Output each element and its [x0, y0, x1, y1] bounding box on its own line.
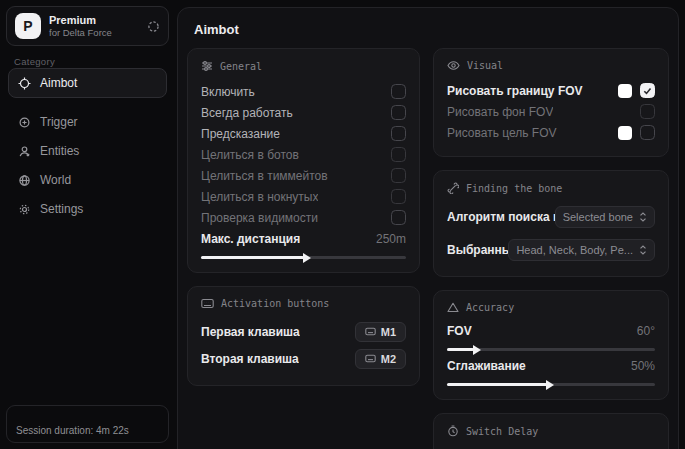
sidebar-item-label: Settings [40, 202, 83, 216]
panel-general-header: General [201, 60, 406, 72]
slider-label: FOV [447, 324, 472, 338]
setting-row: Целиться в ботов [201, 144, 406, 165]
main-content: Aimbot General Включить [177, 7, 679, 449]
slider-value: 60° [637, 324, 655, 338]
chevrons-updown-icon [639, 212, 647, 222]
sidebar: P Premium for Delta Force Category Aimbo… [0, 0, 176, 449]
bone-icon [447, 182, 459, 194]
slider-smoothing: Сглаживание 50% [447, 357, 655, 386]
setting-row: Предсказание [201, 123, 406, 144]
app-logo: P [15, 13, 41, 39]
sidebar-item-label: World [40, 173, 71, 187]
slider-value: 250m [376, 232, 406, 246]
session-duration: Session duration: 4m 22s [16, 425, 129, 436]
color-swatch-fov-border[interactable] [618, 84, 632, 98]
slider-fill [447, 383, 547, 386]
sidebar-item-entities[interactable]: Entities [8, 137, 167, 165]
panel-finding-bone: Finding the bone Алгоритм поиска кост Se… [433, 170, 669, 277]
dropdown-label: Выбранные кос [447, 243, 508, 257]
setting-row: Всегда работать [201, 102, 406, 123]
dropdown-label: Алгоритм поиска кост [447, 210, 555, 224]
checkbox-aim-knocked[interactable] [391, 189, 406, 204]
crosshair-icon [18, 77, 31, 90]
app-window: P Premium for Delta Force Category Aimbo… [0, 0, 685, 449]
keybind-value: M2 [381, 353, 396, 365]
setting-label: Проверка видимости [201, 211, 318, 225]
setting-row: Рисовать границу FOV [447, 80, 655, 101]
checkbox-prediction[interactable] [391, 126, 406, 141]
dropdown-row: Выбранные кос Head, Neck, Body, Pe... [447, 236, 655, 263]
session-box: Session duration: 4m 22s [6, 405, 169, 443]
panel-title: Activation buttons [221, 298, 329, 309]
slider-track[interactable] [447, 383, 655, 386]
slider-fov: FOV 60° [447, 322, 655, 351]
panel-activation-buttons: Activation buttons Первая клавиша M1 Вто… [187, 286, 420, 386]
panel-title: Visual [467, 60, 503, 71]
refresh-icon[interactable] [147, 20, 160, 33]
panel-switch-delay: Switch Delay Задержка переключения Задер… [433, 413, 669, 449]
checkbox-draw-fov-border[interactable] [640, 83, 655, 98]
entities-icon [18, 145, 31, 158]
slider-fill [201, 256, 304, 259]
color-swatch-fov-target[interactable] [618, 126, 632, 140]
checkbox-aim-bots[interactable] [391, 147, 406, 162]
panel-activation-header: Activation buttons [201, 298, 406, 309]
slider-thumb[interactable] [546, 380, 554, 390]
setting-label: Целиться в тиммейтов [201, 169, 328, 183]
keybind-button-primary[interactable]: M1 [355, 322, 406, 342]
category-label: Category [14, 56, 55, 67]
panel-switch-delay-header: Switch Delay [447, 425, 655, 437]
keybind-button-secondary[interactable]: M2 [355, 349, 406, 369]
slider-max-distance: Макс. дистанция 250m [201, 230, 406, 259]
checkbox-enable[interactable] [391, 84, 406, 99]
keybind-row: Вторая клавиша M2 [201, 345, 406, 372]
slider-track[interactable] [201, 256, 406, 259]
sidebar-item-world[interactable]: World [8, 166, 167, 194]
sliders-icon [201, 60, 213, 72]
panel-title: General [220, 61, 262, 72]
premium-subtitle: for Delta Force [49, 27, 147, 39]
setting-row: Целиться в тиммейтов [201, 165, 406, 186]
setting-row: Проверка видимости [201, 207, 406, 228]
sidebar-item-label: Aimbot [40, 76, 77, 90]
setting-row: Рисовать цель FOV [447, 122, 655, 143]
slider-thumb[interactable] [303, 253, 311, 263]
sidebar-item-trigger[interactable]: Trigger [8, 108, 167, 136]
checkbox-draw-fov-background[interactable] [640, 104, 655, 119]
precision-icon [447, 302, 459, 313]
panel-visual-header: Visual [447, 60, 655, 71]
premium-text: Premium for Delta Force [49, 14, 147, 39]
premium-card: P Premium for Delta Force [6, 6, 169, 46]
panel-visual: Visual Рисовать границу FOV Рисовать фон… [433, 48, 669, 157]
setting-row: Целиться в нокнутых [201, 186, 406, 207]
sidebar-item-settings[interactable]: Settings [8, 195, 167, 223]
keybind-value: M1 [381, 326, 396, 338]
setting-label: Рисовать фон FOV [447, 105, 553, 119]
right-column: Visual Рисовать границу FOV Рисовать фон… [433, 48, 669, 449]
checkbox-always-work[interactable] [391, 105, 406, 120]
keybind-row: Первая клавиша M1 [201, 318, 406, 345]
sidebar-item-aimbot[interactable]: Aimbot [8, 68, 167, 98]
sidebar-nav: Aimbot Trigger Entities [8, 68, 167, 224]
dropdown-row: Алгоритм поиска кост Selected bone [447, 203, 655, 230]
sidebar-item-label: Trigger [40, 115, 78, 129]
dropdown-bone-algorithm[interactable]: Selected bone [555, 206, 655, 228]
checkbox-aim-teammates[interactable] [391, 168, 406, 183]
dropdown-selected-bones[interactable]: Head, Neck, Body, Pe... [508, 239, 655, 261]
checkbox-draw-fov-target[interactable] [640, 125, 655, 140]
setting-label: Целиться в нокнутых [201, 190, 318, 204]
setting-row: Рисовать фон FOV [447, 101, 655, 122]
sidebar-item-label: Entities [40, 144, 79, 158]
panel-general: General Включить Всегда работать Предска… [187, 48, 420, 273]
setting-label: Предсказание [201, 127, 280, 141]
dropdown-value: Head, Neck, Body, Pe... [516, 244, 633, 256]
keybind-label: Вторая клавиша [201, 352, 299, 366]
slider-track[interactable] [447, 348, 655, 351]
gear-icon [18, 203, 31, 216]
checkbox-visibility-check[interactable] [391, 210, 406, 225]
slider-thumb[interactable] [473, 345, 481, 355]
setting-label: Рисовать цель FOV [447, 126, 557, 140]
slider-label: Сглаживание [447, 359, 526, 373]
keybind-label: Первая клавиша [201, 325, 300, 339]
panel-title: Switch Delay [466, 426, 538, 437]
